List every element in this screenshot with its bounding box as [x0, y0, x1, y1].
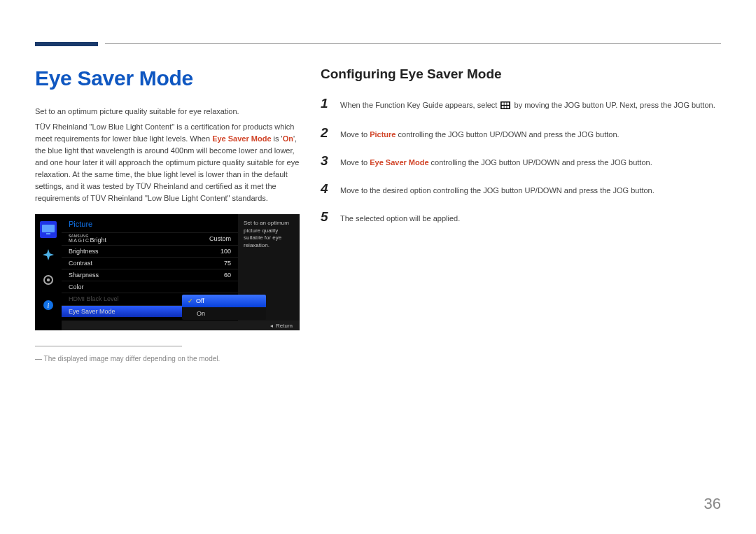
step-num: 3: [321, 153, 330, 169]
check-icon: ✓: [188, 297, 193, 304]
osd-tip-text: Set to an optimum picture quality suitab…: [244, 220, 289, 248]
step-4: 4 Move to the desired option controlling…: [321, 181, 721, 197]
info-icon: i: [40, 297, 57, 314]
step-text: Move to the desired option controlling t…: [340, 185, 654, 197]
disclaimer-text: The displayed image may differ depending…: [35, 355, 300, 363]
contrast-label: Contrast: [69, 260, 203, 267]
header-accent-bar: [35, 42, 98, 46]
step-text: When the Function Key Guide appears, sel…: [340, 99, 715, 113]
header-rule: [105, 43, 721, 44]
options-icon: [40, 246, 57, 263]
magic-bright-label: SAMSUNG MAGIC Bright: [69, 234, 203, 244]
gear-icon: [40, 272, 57, 288]
magic-suffix: Bright: [90, 237, 106, 244]
option-off-label: Off: [196, 297, 204, 304]
step-text: Move to Eye Saver Mode controlling the J…: [340, 157, 652, 169]
page-content: Eye Saver Mode Set to an optimum picture…: [35, 66, 721, 363]
intro-paragraph-2: TÜV Rheinland "Low Blue Light Content" i…: [35, 121, 300, 204]
osd-option-off: ✓ Off: [182, 295, 266, 307]
step5-pre: The selected option will be applied.: [340, 214, 460, 223]
osd-option-on: On: [182, 307, 266, 320]
step-text: The selected option will be applied.: [340, 213, 460, 225]
option-on-label: On: [197, 310, 205, 317]
step2-post: controlling the JOG button UP/DOWN and p…: [396, 130, 619, 139]
step3-pre: Move to: [340, 158, 370, 167]
svg-rect-9: [505, 103, 507, 105]
osd-footer: Return: [62, 321, 300, 330]
osd-row-brightness: Brightness 100: [62, 245, 238, 257]
disclaimer-rule: [35, 346, 182, 346]
monitor-icon: [40, 221, 57, 238]
step-num: 4: [321, 181, 330, 197]
magic-bright-value: Custom: [203, 235, 231, 242]
brightness-value: 100: [203, 248, 231, 255]
step-num: 2: [321, 125, 330, 141]
svg-marker-2: [43, 249, 54, 260]
osd-title: Picture: [62, 220, 238, 232]
step-2: 2 Move to Picture controlling the JOG bu…: [321, 125, 721, 141]
step-num: 1: [321, 96, 330, 111]
step-text: Move to Picture controlling the JOG butt…: [340, 129, 620, 141]
contrast-value: 75: [203, 260, 231, 267]
step3-post: controlling the JOG button UP/DOWN and p…: [429, 158, 652, 167]
svg-rect-1: [46, 233, 50, 234]
sharpness-value: 60: [203, 272, 231, 279]
step1-pre: When the Function Key Guide appears, sel…: [340, 101, 499, 109]
step-5: 5 The selected option will be applied.: [321, 209, 721, 225]
p2-on: On: [283, 134, 293, 143]
step2-pre: Move to: [340, 130, 370, 139]
right-column: Configuring Eye Saver Mode 1 When the Fu…: [321, 66, 721, 363]
brightness-label: Brightness: [69, 248, 203, 255]
step1-post: by moving the JOG button UP. Next, press…: [512, 101, 715, 109]
magic-word: MAGIC: [69, 238, 90, 243]
osd-menu-screenshot: i Picture SAMSUNG MAGIC Bright Custom Br…: [35, 214, 300, 330]
svg-text:i: i: [48, 302, 50, 309]
return-label: Return: [270, 323, 293, 329]
menu-grid-icon: [500, 101, 510, 113]
osd-row-color: Color: [62, 281, 238, 293]
svg-rect-8: [502, 103, 504, 105]
svg-point-4: [47, 279, 50, 281]
svg-rect-11: [502, 106, 504, 108]
svg-rect-0: [42, 225, 55, 232]
osd-sidebar: i: [35, 214, 62, 330]
page-number: 36: [704, 495, 721, 513]
intro-paragraph-1: Set to an optimum picture quality suitab…: [35, 106, 300, 118]
osd-row-sharpness: Sharpness 60: [62, 269, 238, 281]
step3-em: Eye Saver Mode: [370, 158, 428, 167]
p2-text-after: ', the blue light that wavelength is aro…: [35, 134, 299, 202]
main-heading: Eye Saver Mode: [35, 66, 300, 90]
osd-row-magic-bright: SAMSUNG MAGIC Bright Custom: [62, 232, 238, 244]
p2-text-mid: is ': [272, 134, 283, 143]
osd-option-popup: ✓ Off On: [182, 295, 266, 320]
step4-pre: Move to the desired option controlling t…: [340, 186, 654, 195]
color-label: Color: [69, 283, 231, 290]
step2-em: Picture: [370, 130, 396, 139]
config-heading: Configuring Eye Saver Mode: [321, 66, 721, 82]
step-3: 3 Move to Eye Saver Mode controlling the…: [321, 153, 721, 169]
step-num: 5: [321, 209, 330, 225]
sharpness-label: Sharpness: [69, 272, 203, 279]
left-column: Eye Saver Mode Set to an optimum picture…: [35, 66, 300, 363]
p2-eye-saver: Eye Saver Mode: [212, 134, 271, 143]
svg-rect-12: [505, 106, 507, 108]
osd-row-contrast: Contrast 75: [62, 257, 238, 269]
svg-rect-10: [507, 103, 510, 105]
step-1: 1 When the Function Key Guide appears, s…: [321, 96, 721, 113]
svg-rect-13: [507, 106, 510, 108]
steps-list: 1 When the Function Key Guide appears, s…: [321, 96, 721, 225]
